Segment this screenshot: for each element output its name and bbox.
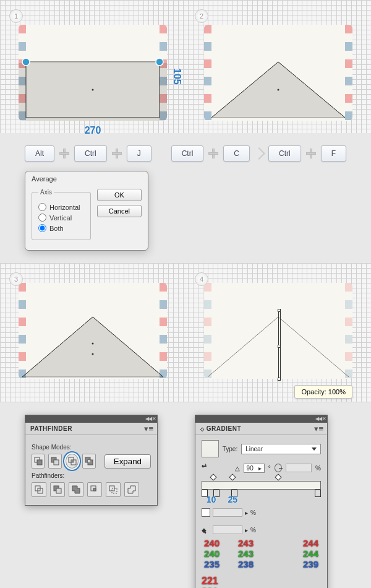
location-input[interactable] (213, 525, 242, 534)
exclude-button[interactable] (82, 454, 95, 469)
panel-title: ◇ GRADIENT (195, 423, 246, 435)
svg-rect-15 (71, 460, 74, 462)
intersect-button[interactable] (66, 454, 79, 469)
step-badge-2: 2 (195, 9, 208, 23)
step-badge-4: 4 (195, 272, 208, 286)
svg-point-8 (92, 353, 94, 355)
aspect-input[interactable] (286, 464, 312, 472)
stop-position-label: 10 (207, 495, 216, 504)
svg-point-1 (22, 58, 30, 66)
shortcut-row-2: Ctrl C Ctrl F (171, 145, 346, 162)
panel-collapse-icon[interactable]: ◀◀ ✕ (145, 416, 156, 422)
gradient-stop[interactable] (315, 490, 321, 497)
type-label: Type: (223, 446, 237, 452)
panel-collapse-icon[interactable]: ◀◀ ✕ (315, 416, 326, 422)
svg-rect-12 (54, 460, 59, 465)
key-ctrl: Ctrl (268, 145, 301, 162)
chevron-down-icon (312, 447, 317, 451)
reverse-gradient-icon[interactable]: ⇄ (202, 462, 211, 473)
svg-point-2 (156, 58, 163, 66)
dimension-height: 105 (172, 68, 183, 85)
svg-point-7 (92, 343, 94, 345)
gradient-swatch[interactable] (202, 440, 219, 457)
merge-button[interactable] (69, 482, 83, 497)
gradient-panel: ◀◀ ✕ ◇ GRADIENT ▾≡ Type: Linear ⇄ △ 90▸ (195, 415, 328, 588)
divide-button[interactable] (32, 482, 46, 497)
pathfinder-panel: ◀◀ ✕ PATHFINDER ▾≡ Shape Modes: Expand P… (25, 415, 158, 506)
panel-menu-icon[interactable]: ▾≡ (310, 424, 327, 433)
key-ctrl: Ctrl (74, 145, 107, 162)
unite-button[interactable] (32, 454, 45, 469)
outline-button[interactable] (106, 482, 121, 497)
envelope-step-2 (204, 25, 352, 121)
key-ctrl: Ctrl (171, 145, 204, 162)
plus-icon (112, 149, 122, 158)
crop-button[interactable] (87, 482, 102, 497)
envelope-step-4 (204, 283, 352, 379)
panel-menu-icon[interactable]: ▾≡ (140, 424, 157, 433)
svg-rect-18 (88, 460, 90, 462)
opacity-input[interactable] (213, 508, 242, 517)
vertical-handle[interactable] (278, 311, 281, 379)
panel-title: PATHFINDER (25, 423, 77, 435)
stop-position-label: 25 (228, 495, 237, 504)
minus-back-button[interactable] (124, 482, 139, 497)
chevron-right-icon (253, 147, 265, 160)
expand-button[interactable]: Expand (104, 454, 151, 469)
plus-icon (59, 149, 69, 158)
step-badge-1: 1 (9, 9, 23, 23)
rgb-values-extra: 221 221 216 (202, 576, 321, 588)
cancel-button[interactable]: Cancel (97, 205, 142, 217)
opacity-tooltip: Opacity: 100% (294, 385, 352, 399)
step-badge-3: 3 (9, 272, 23, 286)
average-dialog: Average Axis Horizontal Vertical Both OK… (25, 171, 148, 251)
shape-modes-label: Shape Modes: (32, 444, 151, 451)
envelope-step-1: 270 105 (19, 25, 167, 121)
svg-point-5 (278, 89, 279, 91)
radio-both[interactable]: Both (38, 224, 84, 232)
radio-horizontal[interactable]: Horizontal (38, 203, 84, 211)
minus-front-button[interactable] (48, 454, 61, 469)
trim-button[interactable] (50, 482, 65, 497)
key-f: F (321, 145, 346, 162)
svg-rect-22 (56, 488, 61, 493)
svg-marker-6 (22, 317, 163, 377)
svg-point-3 (92, 89, 94, 91)
rgb-values: 240 240 235 243 243 238 244 244 239 (202, 538, 321, 569)
radio-vertical[interactable]: Vertical (38, 214, 84, 222)
dimension-width: 270 (85, 125, 101, 136)
angle-input[interactable]: 90▸ (244, 464, 265, 473)
stop-opacity-swatch[interactable] (202, 508, 210, 517)
angle-dial[interactable] (275, 464, 282, 472)
gradient-bar[interactable]: 10 25 (202, 481, 321, 490)
svg-rect-10 (37, 460, 42, 465)
svg-rect-24 (93, 488, 96, 491)
pathfinders-label: Pathfinders: (32, 472, 151, 479)
key-c: C (223, 145, 250, 162)
plus-icon (208, 149, 218, 158)
key-alt: Alt (25, 145, 54, 162)
gradient-type-select[interactable]: Linear (241, 444, 321, 454)
axis-fieldset: Axis Horizontal Vertical Both (32, 189, 91, 240)
dialog-title: Average (25, 171, 148, 186)
key-j: J (127, 145, 151, 162)
envelope-step-3 (19, 283, 167, 379)
ok-button[interactable]: OK (97, 189, 142, 201)
plus-icon (306, 149, 316, 158)
shortcut-row-1: Alt Ctrl J (25, 145, 171, 162)
